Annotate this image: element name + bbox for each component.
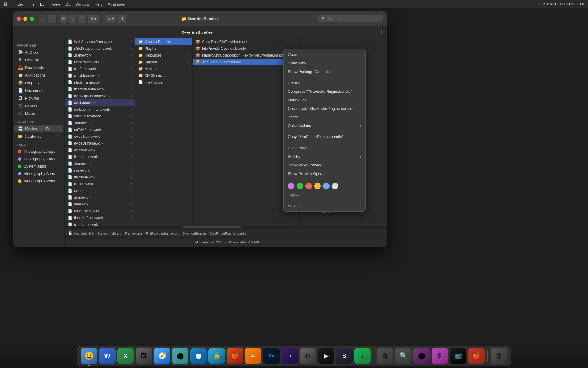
list-item[interactable]: 📁 PlugIns › bbox=[135, 45, 192, 52]
list-item[interactable]: 📄eviceUI.framework› bbox=[65, 140, 135, 147]
menu-help[interactable]: Help bbox=[95, 2, 103, 6]
sidebar-item-pictures[interactable]: 🖼 Pictures bbox=[14, 94, 63, 102]
back-button[interactable]: ‹ bbox=[39, 15, 47, 23]
context-menu-open[interactable]: Open bbox=[284, 50, 365, 59]
sidebar-item-music[interactable]: 🎵 Music bbox=[14, 110, 63, 117]
dock-vpn[interactable]: 🔒 bbox=[208, 348, 225, 364]
list-item[interactable]: 📦 FileProviderOverride.bundle bbox=[193, 45, 298, 52]
tag-blue-dot[interactable] bbox=[323, 183, 330, 189]
close-button[interactable] bbox=[17, 17, 21, 21]
breadcrumb-xtrafinderplugns[interactable]: XtraFinderPlugins.bundle bbox=[210, 232, 246, 235]
tag-gray-dot[interactable] bbox=[332, 183, 338, 189]
list-item[interactable]: 📄ncPriv.framework› bbox=[65, 126, 135, 133]
list-item[interactable]: 📄ities.framework› bbox=[65, 153, 135, 160]
dock-photoshop[interactable]: Ps bbox=[263, 348, 280, 364]
action-button[interactable]: ⚙ ▾ bbox=[105, 15, 116, 23]
sidebar-item-photography-apps[interactable]: Photography Apps bbox=[14, 148, 63, 155]
horizontal-scrollbar[interactable] bbox=[65, 226, 387, 229]
context-menu-quick-look[interactable]: Quick Look "XtraFinderPlugins.bundle" bbox=[284, 104, 365, 113]
context-menu-show-view-options[interactable]: Show View Options bbox=[284, 161, 365, 169]
minimize-button[interactable] bbox=[23, 17, 27, 21]
search-input[interactable] bbox=[328, 16, 380, 21]
dock-safari[interactable]: 🧭 bbox=[154, 348, 170, 364]
list-item[interactable]: 📄ite.framework› bbox=[65, 174, 135, 180]
list-item[interactable]: 📁 Support › bbox=[135, 59, 192, 65]
view-gallery-button[interactable]: ⊠ ▾ bbox=[88, 15, 99, 23]
list-item[interactable]: 📄 FileProvider bbox=[135, 79, 192, 86]
list-item[interactable]: 📄nSlotSupport.framework› bbox=[65, 45, 135, 52]
menu-window[interactable]: Window bbox=[76, 2, 89, 6]
breadcrumb-library[interactable]: Library bbox=[111, 232, 121, 235]
context-menu-sort-by[interactable]: Sort By › bbox=[284, 152, 365, 161]
apple-menu[interactable]: ⌘ bbox=[4, 2, 8, 6]
breadcrumb-overridebundles[interactable]: OverrideBundles bbox=[183, 232, 207, 235]
tag-purple-dot[interactable] bbox=[288, 183, 294, 189]
list-item[interactable]: 📄rking.framework› bbox=[65, 208, 135, 214]
context-menu-compress[interactable]: Compress "XtraFinderPlugins.bundle" bbox=[284, 87, 365, 96]
list-item[interactable]: 📄.framework› bbox=[65, 160, 135, 167]
view-list-button[interactable]: ≡ bbox=[69, 15, 76, 23]
menu-edit[interactable]: Edit bbox=[40, 2, 46, 6]
dock-finder[interactable]: 😀 bbox=[81, 348, 97, 364]
list-item[interactable]: 📄.framework› bbox=[65, 194, 135, 201]
dock-illustrator[interactable]: Ai bbox=[245, 348, 261, 364]
context-menu-show-package-contents[interactable]: Show Package Contents bbox=[284, 67, 365, 76]
sidebar-item-documents[interactable]: 📄 Documents bbox=[14, 87, 63, 94]
list-item[interactable]: 📄Light.framework› bbox=[65, 59, 135, 65]
dock-excel[interactable]: X bbox=[117, 348, 134, 364]
list-item[interactable]: 📄cle.framework› bbox=[65, 65, 135, 72]
share-button[interactable]: ⬆ bbox=[118, 15, 126, 23]
sidebar-item-system-apps[interactable]: System Apps bbox=[14, 163, 63, 170]
list-item[interactable]: 📄cleUI.framework› bbox=[65, 72, 135, 79]
list-item[interactable]: 📁 Versions › bbox=[135, 65, 192, 72]
dock-preview[interactable]: 🖼 bbox=[136, 348, 152, 364]
dock-word[interactable]: W bbox=[99, 348, 116, 364]
context-menu-copy[interactable]: Copy "XtraFinderPlugins.bundle" bbox=[284, 132, 365, 141]
breadcrumb-system[interactable]: System bbox=[97, 232, 108, 235]
dock-spotify[interactable]: ♪ bbox=[354, 348, 371, 364]
list-item[interactable]: 📄.framework› bbox=[65, 52, 135, 59]
sidebar-item-videography-work[interactable]: Videography Work bbox=[14, 177, 63, 185]
context-menu-services[interactable]: Services › bbox=[284, 202, 365, 210]
dock-trash[interactable]: 🗑 bbox=[377, 348, 393, 364]
list-item[interactable]: 📄tification.framework› bbox=[65, 86, 135, 92]
list-item[interactable]: 📄onsUI.framework› bbox=[65, 113, 135, 120]
context-menu-quick-actions[interactable]: Quick Actions › bbox=[284, 121, 365, 130]
menu-view[interactable]: View bbox=[52, 2, 60, 6]
list-item[interactable]: 📄ramework› bbox=[65, 167, 135, 174]
dock-chrome[interactable]: ⬤ bbox=[172, 348, 188, 364]
menu-finder[interactable]: Finder bbox=[12, 2, 23, 6]
view-column-button[interactable]: ⊟ bbox=[78, 15, 86, 23]
list-item[interactable]: 📄ll.framework› bbox=[65, 180, 135, 187]
list-item[interactable]: 📁 Resources › bbox=[135, 52, 192, 59]
context-menu-use-groups[interactable]: Use Groups bbox=[284, 144, 365, 152]
list-item[interactable]: 📄amework› bbox=[65, 201, 135, 208]
dock-trash2[interactable]: 🗑 bbox=[491, 348, 507, 364]
dock-lightroom[interactable]: Lr bbox=[281, 348, 298, 364]
sidebar-item-airdrop[interactable]: 📡 AirDrop bbox=[14, 48, 63, 56]
sidebar-item-desktop[interactable]: 🖥 Desktop bbox=[14, 56, 63, 64]
dock-app9[interactable]: ⚙ bbox=[300, 348, 316, 364]
dock-final-cut[interactable]: ▶ bbox=[318, 348, 334, 364]
sidebar-item-movies[interactable]: 🎬 Movies bbox=[14, 102, 63, 110]
tag-red-dot[interactable] bbox=[305, 183, 312, 189]
dock-cisco[interactable]: ⬤ bbox=[190, 348, 207, 364]
dock-tv[interactable]: 📺 bbox=[450, 348, 466, 364]
search-bar[interactable]: 🔍 bbox=[318, 15, 383, 22]
sidebar-item-xtrafinder[interactable]: 📂 XtraFinder ⏏ bbox=[14, 132, 63, 140]
list-item[interactable]: 📄.framework› bbox=[65, 120, 135, 126]
list-item[interactable]: 📦 XtraFinderPlugins.bundle bbox=[193, 59, 298, 65]
add-button[interactable]: + bbox=[380, 29, 383, 35]
dock-search[interactable]: 🔍 bbox=[395, 348, 412, 364]
menu-xtrafinder[interactable]: XtraFinder bbox=[108, 2, 126, 6]
list-item[interactable]: 📄evice.framework› bbox=[65, 133, 135, 140]
maximize-button[interactable] bbox=[30, 17, 34, 21]
context-menu-get-info[interactable]: Get Info bbox=[284, 79, 365, 87]
list-item[interactable]: 📄ework› bbox=[65, 187, 135, 194]
sidebar-item-videography-apps[interactable]: Videography Apps bbox=[14, 170, 63, 177]
breadcrumb-frameworks[interactable]: Frameworks bbox=[125, 232, 143, 235]
view-icon-button[interactable]: ⊞ bbox=[60, 15, 68, 23]
dock-studio[interactable]: S bbox=[336, 348, 353, 364]
list-item[interactable]: 📦 FinderSyncCollaborationFileProviderOve… bbox=[193, 52, 298, 59]
context-menu-show-preview-options[interactable]: Show Preview Options bbox=[284, 169, 365, 178]
